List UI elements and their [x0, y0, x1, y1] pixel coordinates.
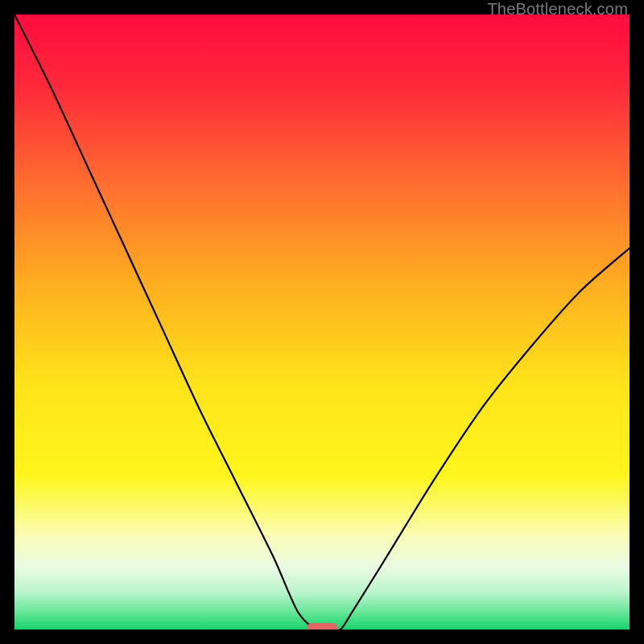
curve-layer — [14, 14, 630, 630]
plot-area — [14, 14, 630, 630]
attribution-text: TheBottleneck.com — [487, 0, 628, 19]
bottleneck-curve — [14, 14, 630, 630]
optimal-marker — [307, 623, 337, 630]
chart-container: TheBottleneck.com — [0, 0, 644, 644]
